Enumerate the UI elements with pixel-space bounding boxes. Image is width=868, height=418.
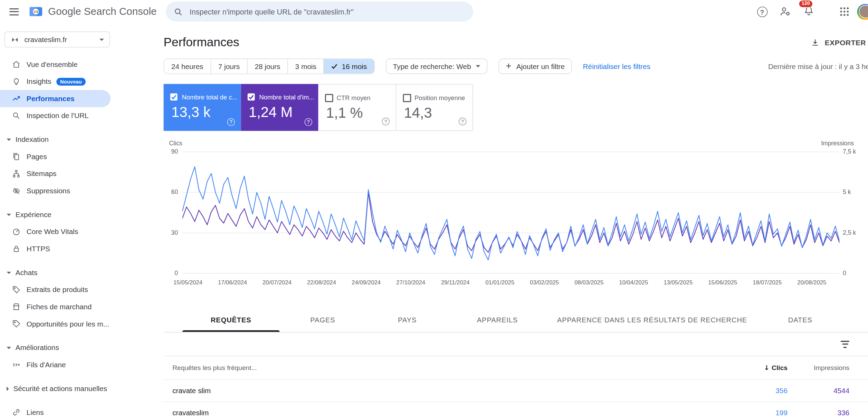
search-console-logo-icon xyxy=(29,4,43,19)
notifications[interactable]: 120 xyxy=(803,5,815,19)
table-row[interactable]: cravate slim 356 4544 xyxy=(164,380,868,402)
right-axis-tick: 0 xyxy=(843,270,846,276)
column-header-queries[interactable]: Requêtes les plus fréquent... xyxy=(164,364,721,371)
dimension-tabs: REQUÊTES PAGES PAYS APPAREILS APPARENCE … xyxy=(164,308,868,332)
sidebar-item-liens[interactable]: Liens xyxy=(0,404,128,418)
search-input[interactable] xyxy=(189,7,466,16)
metric-checkbox-checked[interactable] xyxy=(248,93,255,100)
chart-x-labels: 15/05/202417/06/202420/07/202422/08/2024… xyxy=(182,279,839,286)
x-axis-tick: 13/05/2025 xyxy=(664,279,693,285)
menu-icon[interactable] xyxy=(7,5,20,18)
chip-3-mois[interactable]: 3 mois xyxy=(287,59,323,74)
search-type-chip[interactable]: Type de recherche: Web xyxy=(386,59,488,74)
column-header-clicks[interactable]: ↓ Clics xyxy=(721,364,788,371)
performance-chart-svg[interactable] xyxy=(182,147,839,275)
tab-pages[interactable]: PAGES xyxy=(298,308,347,332)
query-cell[interactable]: cravateslim xyxy=(164,409,721,417)
performance-chart[interactable]: Clics Impressions 9060300 7,5 k5 k2,5 k0… xyxy=(164,136,868,286)
last-update-text: Dernière mise à jour : il y a 3 heures xyxy=(768,62,868,71)
chip-7-jours[interactable]: 7 jours xyxy=(210,59,247,74)
tab-apparence[interactable]: APPARENCE DANS LES RÉSULTATS DE RECHERCH… xyxy=(527,308,777,332)
help-icon[interactable]: ? xyxy=(305,118,312,126)
eye-off-icon xyxy=(11,186,21,196)
section-achats[interactable]: Achats xyxy=(0,264,128,281)
apps-grid-icon[interactable] xyxy=(838,5,851,18)
chevron-down-icon xyxy=(7,271,11,273)
url-inspection-searchbox[interactable] xyxy=(166,2,473,22)
metric-card[interactable]: Nombre total d'im... 1,24 M ? xyxy=(241,84,318,131)
property-selector[interactable]: cravateslim.fr xyxy=(4,31,110,47)
sidebar-item-insights[interactable]: Insights Nouveau xyxy=(0,73,128,90)
reset-filters-link[interactable]: Réinitialiser les filtres xyxy=(583,62,650,70)
tab-appareils[interactable]: APPAREILS xyxy=(468,308,527,332)
section-securite[interactable]: Sécurité et actions manuelles xyxy=(0,380,128,397)
main-header: Performances EXPORTER xyxy=(164,33,868,52)
topbar: Google Search Console ? 120 xyxy=(0,0,868,23)
notification-badge: 120 xyxy=(799,0,813,8)
x-axis-tick: 20/07/2024 xyxy=(263,279,292,285)
sidebar-item-extraits-de-produits[interactable]: Extraits de produits xyxy=(0,281,128,298)
offer-tag-icon xyxy=(11,319,21,329)
sidebar-item-opportunites[interactable]: Opportunités pour les m... xyxy=(0,315,128,333)
table-row[interactable]: cravateslim 199 336 xyxy=(164,402,868,418)
metric-label: Nombre total de c... xyxy=(182,94,237,100)
clicks-cell: 199 xyxy=(721,409,788,417)
chip-16-mois-selected[interactable]: 16 mois xyxy=(324,59,374,74)
filter-list-icon[interactable] xyxy=(839,340,850,348)
tab-dates[interactable]: DATES xyxy=(777,308,823,332)
sidebar-item-label: Performances xyxy=(27,95,75,103)
section-experience[interactable]: Expérience xyxy=(0,206,128,223)
metric-card[interactable]: Nombre total de c... 13,3 k ? xyxy=(164,84,241,131)
sort-desc-icon: ↓ xyxy=(764,364,770,371)
sidebar-item-core-web-vitals[interactable]: Core Web Vitals xyxy=(0,223,128,240)
sidebar-item-label: Fils d'Ariane xyxy=(27,361,66,369)
sidebar-item-performances[interactable]: Performances xyxy=(0,90,111,107)
metric-checkbox-empty[interactable] xyxy=(403,94,411,102)
sidebar-item-sitemaps[interactable]: Sitemaps xyxy=(0,165,128,182)
left-axis-tick: 0 xyxy=(164,270,178,276)
query-cell[interactable]: cravate slim xyxy=(164,387,721,395)
sidebar-item-inspection-url[interactable]: Inspection de l'URL xyxy=(0,107,128,124)
check-icon xyxy=(331,63,338,69)
download-icon xyxy=(810,38,820,48)
help-icon[interactable]: ? xyxy=(755,5,769,18)
chip-24-heures[interactable]: 24 heures xyxy=(164,59,210,74)
x-axis-tick: 24/09/2024 xyxy=(352,279,381,285)
left-axis-tick: 60 xyxy=(164,188,178,195)
section-indexation[interactable]: Indexation xyxy=(0,131,128,148)
tab-requetes[interactable]: REQUÊTES xyxy=(164,308,298,332)
sidebar-item-pages[interactable]: Pages xyxy=(0,148,128,165)
sidebar-item-https[interactable]: HTTPS xyxy=(0,240,128,257)
help-icon[interactable]: ? xyxy=(227,118,235,126)
app-logo[interactable]: Google Search Console xyxy=(29,4,156,19)
account-avatar[interactable] xyxy=(857,3,868,19)
sidebar-item-suppressions[interactable]: Suppressions xyxy=(0,182,128,200)
metric-value: 1,1 % xyxy=(326,104,363,121)
chip-28-jours[interactable]: 28 jours xyxy=(247,59,287,74)
add-filter-chip[interactable]: + Ajouter un filtre xyxy=(499,59,572,74)
sidebar-item-fiches-de-marchand[interactable]: Fiches de marchand xyxy=(0,298,128,315)
sidebar-item-fils-dariane[interactable]: Fils d'Ariane xyxy=(0,356,128,373)
metric-checkbox-checked[interactable] xyxy=(170,93,178,100)
trending-up-icon xyxy=(11,94,21,104)
column-header-impressions[interactable]: Impressions xyxy=(788,364,849,371)
sidebar-item-label: HTTPS xyxy=(27,245,50,253)
gauge-icon xyxy=(11,227,21,237)
manage-accounts-icon[interactable] xyxy=(779,5,792,18)
magnifier-icon xyxy=(11,111,21,121)
impressions-cell: 336 xyxy=(788,409,849,417)
help-icon[interactable]: ? xyxy=(459,118,466,125)
metric-card[interactable]: Position moyenne 14,3 ? xyxy=(396,84,473,131)
sidebar-item-label: Vue d'ensemble xyxy=(27,60,78,68)
tab-pays[interactable]: PAYS xyxy=(347,308,468,332)
left-axis-ticks: 9060300 xyxy=(164,136,178,286)
lock-icon xyxy=(11,244,21,254)
sidebar-item-vue-densemble[interactable]: Vue d'ensemble xyxy=(0,56,128,73)
nouveau-badge: Nouveau xyxy=(56,78,86,85)
section-ameliorations[interactable]: Améliorations xyxy=(0,339,128,356)
export-button[interactable]: EXPORTER xyxy=(810,38,866,48)
metric-card[interactable]: CTR moyen 1,1 % ? xyxy=(318,84,396,131)
help-icon[interactable]: ? xyxy=(382,118,390,125)
breadcrumb-icon xyxy=(11,360,21,370)
metric-checkbox-empty[interactable] xyxy=(325,94,333,102)
